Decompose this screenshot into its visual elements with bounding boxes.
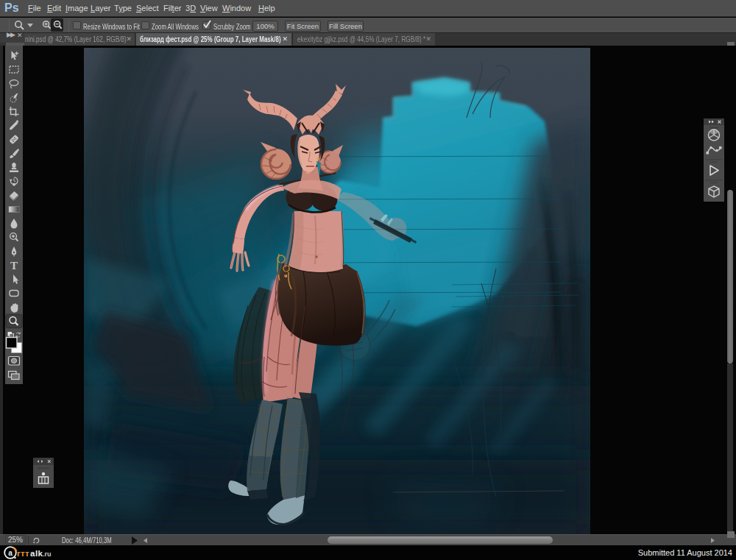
svg-text:T: T	[10, 260, 18, 272]
svg-text:alk: alk	[30, 549, 43, 558]
svg-text:a: a	[8, 549, 13, 557]
svg-text:.ru: .ru	[43, 550, 52, 558]
svg-text:rтт: rтт	[17, 549, 29, 558]
